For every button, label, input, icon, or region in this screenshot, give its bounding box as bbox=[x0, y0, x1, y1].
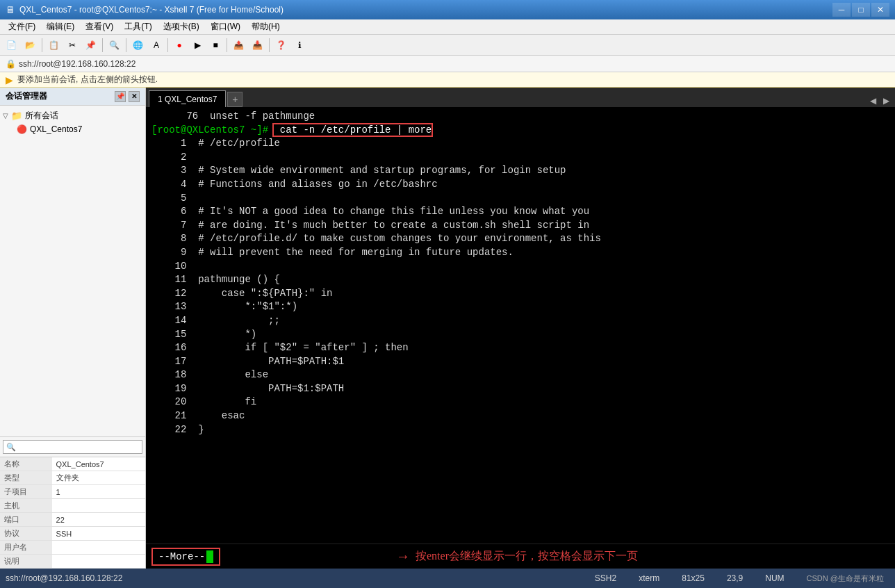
terminal-line: 1 # /etc/profile bbox=[151, 137, 889, 151]
terminal-line: 3 # System wide environment and startup … bbox=[151, 164, 889, 178]
sidebar-title: 会话管理器 bbox=[6, 90, 115, 102]
tab-qxl-centos7[interactable]: 1 QXL_Centos7 bbox=[149, 90, 226, 107]
connect-button[interactable]: 🌐 bbox=[129, 37, 147, 54]
restore-button[interactable]: □ bbox=[852, 3, 870, 17]
terminal-content[interactable]: 76 unset -f pathmunge[root@QXLCentos7 ~]… bbox=[146, 107, 895, 544]
annotation-text: 按enter会继续显示一行，按空格会显示下一页 bbox=[416, 549, 638, 564]
property-row: 名称QXL_Centos7 bbox=[0, 457, 145, 471]
terminal-line: 18 else bbox=[151, 368, 889, 382]
stop-button[interactable]: ■ bbox=[207, 37, 224, 54]
property-row: 类型文件夹 bbox=[0, 471, 145, 485]
sidebar: 会话管理器 📌 ✕ ▽ 📁 所有会话 🔴 QXL_Centos7 名称QXL_C… bbox=[0, 88, 146, 569]
property-key: 名称 bbox=[0, 457, 52, 471]
menu-item[interactable]: 编辑(E) bbox=[41, 19, 80, 34]
sidebar-search bbox=[0, 436, 145, 457]
tab-bar: 1 QXL_Centos7 + ◀ ▶ bbox=[146, 88, 895, 107]
font-button[interactable]: A bbox=[148, 37, 165, 54]
toolbar-sep-1 bbox=[42, 38, 42, 52]
property-value: SSH bbox=[52, 527, 145, 541]
send-button[interactable]: 📤 bbox=[230, 37, 247, 54]
help-button[interactable]: ❓ bbox=[272, 37, 290, 54]
tab-next-button[interactable]: ▶ bbox=[880, 95, 892, 107]
terminal-line: 76 unset -f pathmunge bbox=[151, 110, 889, 124]
property-key: 子项目 bbox=[0, 485, 52, 499]
property-row: 子项目1 bbox=[0, 485, 145, 499]
terminal-line: 14 ;; bbox=[151, 314, 889, 328]
menu-item[interactable]: 选项卡(B) bbox=[158, 19, 205, 34]
cut-button[interactable]: ✂ bbox=[64, 37, 81, 54]
open-button[interactable]: 📂 bbox=[22, 37, 39, 54]
sidebar-pin-button[interactable]: 📌 bbox=[115, 91, 126, 102]
copy-button[interactable]: 📋 bbox=[45, 37, 63, 54]
property-key: 协议 bbox=[0, 527, 52, 541]
property-row: 用户名 bbox=[0, 541, 145, 555]
address-bar: 🔒 ssh://root@192.168.160.128:22 bbox=[0, 56, 895, 72]
property-row: 端口22 bbox=[0, 513, 145, 527]
tree-session-item[interactable]: 🔴 QXL_Centos7 bbox=[3, 123, 142, 136]
minimize-button[interactable]: ─ bbox=[832, 3, 851, 17]
property-key: 类型 bbox=[0, 471, 52, 485]
info-button[interactable]: ℹ bbox=[291, 37, 308, 54]
paste-button[interactable]: 📌 bbox=[82, 37, 99, 54]
tip-text: 要添加当前会话, 点击左侧的箭头按钮. bbox=[17, 74, 158, 85]
more-annotation: → 按enter会继续显示一行，按空格会显示下一页 bbox=[396, 548, 638, 564]
terminal-line: 11 pathmunge () { bbox=[151, 273, 889, 287]
close-button[interactable]: ✕ bbox=[871, 3, 889, 17]
toolbar: 📄 📂 📋 ✂ 📌 🔍 🌐 A ● ▶ ■ 📤 📥 ❓ ℹ bbox=[0, 35, 895, 56]
menu-item[interactable]: 帮助(H) bbox=[246, 19, 286, 34]
terminal-line: 20 fi bbox=[151, 395, 889, 409]
search-input[interactable] bbox=[3, 440, 142, 454]
property-key: 端口 bbox=[0, 513, 52, 527]
property-value: QXL_Centos7 bbox=[52, 457, 145, 471]
status-encoding: xterm bbox=[633, 573, 665, 583]
terminal-line: 13 *:"$1":*) bbox=[151, 300, 889, 314]
property-key: 说明 bbox=[0, 555, 52, 569]
terminal-line: 21 esac bbox=[151, 409, 889, 423]
app-icon: 🖥 bbox=[6, 4, 15, 15]
tree-folder-icon: 📁 bbox=[11, 111, 22, 121]
tree-session-label: QXL_Centos7 bbox=[30, 124, 82, 134]
menu-item[interactable]: 窗口(W) bbox=[205, 19, 246, 34]
status-num: NUM bbox=[759, 573, 789, 583]
lock-icon: 🔒 bbox=[6, 59, 16, 69]
terminal-line: 6 # It's NOT a good idea to change this … bbox=[151, 205, 889, 219]
status-size: 81x25 bbox=[676, 573, 710, 583]
tree-root-item[interactable]: ▽ 📁 所有会话 bbox=[3, 108, 142, 123]
property-key: 用户名 bbox=[0, 541, 52, 555]
tab-prev-button[interactable]: ◀ bbox=[867, 95, 879, 107]
property-value: 22 bbox=[52, 513, 145, 527]
terminal-line: 2 bbox=[151, 151, 889, 165]
toolbar-sep-5 bbox=[227, 38, 227, 52]
terminal-line: [root@QXLCentos7 ~]# cat -n /etc/profile… bbox=[151, 124, 889, 138]
toolbar-sep-2 bbox=[102, 38, 103, 52]
more-prompt: --More-- bbox=[151, 548, 220, 566]
menu-item[interactable]: 查看(V) bbox=[80, 19, 119, 34]
terminal-prompt: [root@QXLCentos7 ~]# bbox=[151, 124, 274, 136]
terminal-line: 15 *) bbox=[151, 328, 889, 342]
terminal-line: 16 if [ "$2" = "after" ] ; then bbox=[151, 341, 889, 355]
terminal-line: 4 # Functions and aliases go in /etc/bas… bbox=[151, 178, 889, 192]
new-file-button[interactable]: 📄 bbox=[3, 37, 20, 54]
search-button[interactable]: 🔍 bbox=[106, 37, 123, 54]
terminal-bottom: --More-- → 按enter会继续显示一行，按空格会显示下一页 bbox=[146, 544, 895, 569]
tab-add-button[interactable]: + bbox=[227, 92, 243, 107]
property-key: 主机 bbox=[0, 499, 52, 513]
menu-bar: 文件(F)编辑(E)查看(V)工具(T)选项卡(B)窗口(W)帮助(H) bbox=[0, 19, 895, 35]
tab-nav-buttons: ◀ ▶ bbox=[867, 95, 892, 107]
watermark-text: CSDN @生命是有米粒 bbox=[801, 573, 889, 584]
more-text: --More-- bbox=[158, 551, 205, 562]
menu-item[interactable]: 文件(F) bbox=[3, 19, 41, 34]
tip-arrow-icon: ▶ bbox=[6, 74, 13, 85]
menu-item[interactable]: 工具(T) bbox=[119, 19, 157, 34]
play-button[interactable]: ▶ bbox=[189, 37, 206, 54]
terminal-line: 5 bbox=[151, 192, 889, 206]
status-cursor: 23,9 bbox=[721, 573, 748, 583]
tree-expand-icon[interactable]: ▽ bbox=[3, 112, 8, 120]
sidebar-close-button[interactable]: ✕ bbox=[129, 91, 140, 102]
annotation-arrow: → bbox=[396, 548, 410, 564]
receive-button[interactable]: 📥 bbox=[249, 37, 266, 54]
record-button[interactable]: ● bbox=[171, 37, 188, 54]
status-protocol: SSH2 bbox=[589, 573, 622, 583]
terminal-line: 9 # will prevent the need for merging in… bbox=[151, 246, 889, 260]
terminal-line: 7 # are doing. It's much better to creat… bbox=[151, 219, 889, 233]
